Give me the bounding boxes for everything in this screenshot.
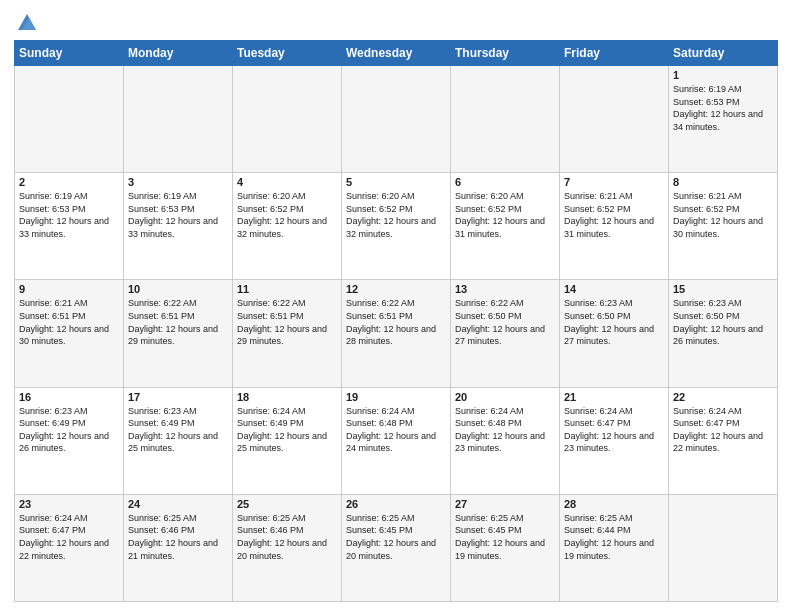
day-cell: 2Sunrise: 6:19 AM Sunset: 6:53 PM Daylig… xyxy=(15,173,124,280)
day-cell xyxy=(451,66,560,173)
week-row-4: 16Sunrise: 6:23 AM Sunset: 6:49 PM Dayli… xyxy=(15,387,778,494)
day-number: 8 xyxy=(673,176,773,188)
day-number: 12 xyxy=(346,283,446,295)
day-cell: 16Sunrise: 6:23 AM Sunset: 6:49 PM Dayli… xyxy=(15,387,124,494)
day-number: 13 xyxy=(455,283,555,295)
day-number: 19 xyxy=(346,391,446,403)
week-row-3: 9Sunrise: 6:21 AM Sunset: 6:51 PM Daylig… xyxy=(15,280,778,387)
day-cell: 25Sunrise: 6:25 AM Sunset: 6:46 PM Dayli… xyxy=(233,494,342,601)
day-cell: 1Sunrise: 6:19 AM Sunset: 6:53 PM Daylig… xyxy=(669,66,778,173)
day-cell: 23Sunrise: 6:24 AM Sunset: 6:47 PM Dayli… xyxy=(15,494,124,601)
day-cell: 24Sunrise: 6:25 AM Sunset: 6:46 PM Dayli… xyxy=(124,494,233,601)
day-info: Sunrise: 6:22 AM Sunset: 6:51 PM Dayligh… xyxy=(346,297,446,347)
day-info: Sunrise: 6:25 AM Sunset: 6:44 PM Dayligh… xyxy=(564,512,664,562)
day-cell: 12Sunrise: 6:22 AM Sunset: 6:51 PM Dayli… xyxy=(342,280,451,387)
day-cell: 10Sunrise: 6:22 AM Sunset: 6:51 PM Dayli… xyxy=(124,280,233,387)
day-info: Sunrise: 6:25 AM Sunset: 6:46 PM Dayligh… xyxy=(237,512,337,562)
day-info: Sunrise: 6:24 AM Sunset: 6:47 PM Dayligh… xyxy=(19,512,119,562)
day-info: Sunrise: 6:24 AM Sunset: 6:47 PM Dayligh… xyxy=(564,405,664,455)
day-cell xyxy=(342,66,451,173)
day-number: 24 xyxy=(128,498,228,510)
day-info: Sunrise: 6:24 AM Sunset: 6:48 PM Dayligh… xyxy=(346,405,446,455)
day-number: 16 xyxy=(19,391,119,403)
day-cell: 28Sunrise: 6:25 AM Sunset: 6:44 PM Dayli… xyxy=(560,494,669,601)
day-info: Sunrise: 6:25 AM Sunset: 6:45 PM Dayligh… xyxy=(455,512,555,562)
col-header-friday: Friday xyxy=(560,41,669,66)
logo-icon xyxy=(16,12,38,34)
day-cell: 18Sunrise: 6:24 AM Sunset: 6:49 PM Dayli… xyxy=(233,387,342,494)
day-cell: 22Sunrise: 6:24 AM Sunset: 6:47 PM Dayli… xyxy=(669,387,778,494)
day-info: Sunrise: 6:20 AM Sunset: 6:52 PM Dayligh… xyxy=(346,190,446,240)
day-info: Sunrise: 6:22 AM Sunset: 6:51 PM Dayligh… xyxy=(237,297,337,347)
day-number: 20 xyxy=(455,391,555,403)
day-cell xyxy=(233,66,342,173)
col-header-thursday: Thursday xyxy=(451,41,560,66)
day-cell: 17Sunrise: 6:23 AM Sunset: 6:49 PM Dayli… xyxy=(124,387,233,494)
day-number: 28 xyxy=(564,498,664,510)
day-info: Sunrise: 6:19 AM Sunset: 6:53 PM Dayligh… xyxy=(19,190,119,240)
day-number: 9 xyxy=(19,283,119,295)
col-header-sunday: Sunday xyxy=(15,41,124,66)
day-cell xyxy=(669,494,778,601)
logo xyxy=(14,14,38,34)
day-info: Sunrise: 6:23 AM Sunset: 6:49 PM Dayligh… xyxy=(128,405,228,455)
day-cell: 8Sunrise: 6:21 AM Sunset: 6:52 PM Daylig… xyxy=(669,173,778,280)
week-row-1: 1Sunrise: 6:19 AM Sunset: 6:53 PM Daylig… xyxy=(15,66,778,173)
col-header-monday: Monday xyxy=(124,41,233,66)
day-number: 10 xyxy=(128,283,228,295)
day-info: Sunrise: 6:24 AM Sunset: 6:47 PM Dayligh… xyxy=(673,405,773,455)
day-cell: 4Sunrise: 6:20 AM Sunset: 6:52 PM Daylig… xyxy=(233,173,342,280)
day-number: 11 xyxy=(237,283,337,295)
day-cell: 6Sunrise: 6:20 AM Sunset: 6:52 PM Daylig… xyxy=(451,173,560,280)
day-number: 21 xyxy=(564,391,664,403)
day-info: Sunrise: 6:24 AM Sunset: 6:49 PM Dayligh… xyxy=(237,405,337,455)
day-cell xyxy=(560,66,669,173)
col-header-wednesday: Wednesday xyxy=(342,41,451,66)
day-number: 23 xyxy=(19,498,119,510)
day-cell: 20Sunrise: 6:24 AM Sunset: 6:48 PM Dayli… xyxy=(451,387,560,494)
day-cell: 21Sunrise: 6:24 AM Sunset: 6:47 PM Dayli… xyxy=(560,387,669,494)
day-number: 2 xyxy=(19,176,119,188)
day-cell xyxy=(124,66,233,173)
day-number: 17 xyxy=(128,391,228,403)
day-number: 15 xyxy=(673,283,773,295)
col-header-saturday: Saturday xyxy=(669,41,778,66)
day-cell: 9Sunrise: 6:21 AM Sunset: 6:51 PM Daylig… xyxy=(15,280,124,387)
day-cell: 5Sunrise: 6:20 AM Sunset: 6:52 PM Daylig… xyxy=(342,173,451,280)
day-cell: 11Sunrise: 6:22 AM Sunset: 6:51 PM Dayli… xyxy=(233,280,342,387)
header xyxy=(14,10,778,34)
day-info: Sunrise: 6:20 AM Sunset: 6:52 PM Dayligh… xyxy=(237,190,337,240)
day-info: Sunrise: 6:19 AM Sunset: 6:53 PM Dayligh… xyxy=(128,190,228,240)
day-number: 25 xyxy=(237,498,337,510)
day-number: 26 xyxy=(346,498,446,510)
calendar-table: SundayMondayTuesdayWednesdayThursdayFrid… xyxy=(14,40,778,602)
page: SundayMondayTuesdayWednesdayThursdayFrid… xyxy=(0,0,792,612)
day-info: Sunrise: 6:22 AM Sunset: 6:51 PM Dayligh… xyxy=(128,297,228,347)
day-cell: 27Sunrise: 6:25 AM Sunset: 6:45 PM Dayli… xyxy=(451,494,560,601)
day-number: 14 xyxy=(564,283,664,295)
day-number: 3 xyxy=(128,176,228,188)
day-info: Sunrise: 6:23 AM Sunset: 6:49 PM Dayligh… xyxy=(19,405,119,455)
day-cell: 15Sunrise: 6:23 AM Sunset: 6:50 PM Dayli… xyxy=(669,280,778,387)
day-info: Sunrise: 6:22 AM Sunset: 6:50 PM Dayligh… xyxy=(455,297,555,347)
col-header-tuesday: Tuesday xyxy=(233,41,342,66)
day-number: 18 xyxy=(237,391,337,403)
day-info: Sunrise: 6:21 AM Sunset: 6:52 PM Dayligh… xyxy=(564,190,664,240)
day-info: Sunrise: 6:20 AM Sunset: 6:52 PM Dayligh… xyxy=(455,190,555,240)
day-cell: 3Sunrise: 6:19 AM Sunset: 6:53 PM Daylig… xyxy=(124,173,233,280)
calendar-header-row: SundayMondayTuesdayWednesdayThursdayFrid… xyxy=(15,41,778,66)
day-info: Sunrise: 6:25 AM Sunset: 6:46 PM Dayligh… xyxy=(128,512,228,562)
day-info: Sunrise: 6:23 AM Sunset: 6:50 PM Dayligh… xyxy=(564,297,664,347)
day-cell xyxy=(15,66,124,173)
day-info: Sunrise: 6:21 AM Sunset: 6:52 PM Dayligh… xyxy=(673,190,773,240)
day-number: 5 xyxy=(346,176,446,188)
day-cell: 19Sunrise: 6:24 AM Sunset: 6:48 PM Dayli… xyxy=(342,387,451,494)
day-cell: 13Sunrise: 6:22 AM Sunset: 6:50 PM Dayli… xyxy=(451,280,560,387)
day-info: Sunrise: 6:24 AM Sunset: 6:48 PM Dayligh… xyxy=(455,405,555,455)
day-cell: 26Sunrise: 6:25 AM Sunset: 6:45 PM Dayli… xyxy=(342,494,451,601)
day-number: 7 xyxy=(564,176,664,188)
day-number: 1 xyxy=(673,69,773,81)
day-cell: 7Sunrise: 6:21 AM Sunset: 6:52 PM Daylig… xyxy=(560,173,669,280)
week-row-2: 2Sunrise: 6:19 AM Sunset: 6:53 PM Daylig… xyxy=(15,173,778,280)
day-info: Sunrise: 6:19 AM Sunset: 6:53 PM Dayligh… xyxy=(673,83,773,133)
